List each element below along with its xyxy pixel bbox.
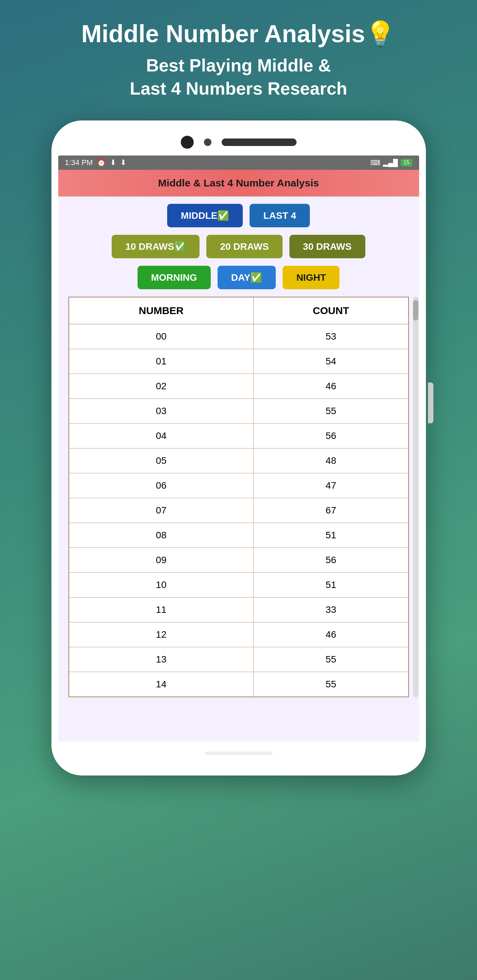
keyboard-icon: ⌨: [370, 159, 380, 167]
count-column-header: COUNT: [254, 297, 408, 324]
signal-icon: ▂▄█: [383, 159, 398, 167]
table-cell-count: 47: [254, 473, 408, 498]
10draws-button[interactable]: 10 DRAWS✅: [112, 235, 199, 258]
table-cell-number: 01: [69, 349, 254, 374]
phone-speaker: [222, 138, 297, 146]
morning-button[interactable]: MORNING: [137, 266, 211, 289]
battery-icon: 15: [401, 159, 412, 166]
phone-top-bar: [58, 130, 419, 156]
table-cell-number: 10: [69, 573, 254, 598]
app-content: MIDDLE✅ LAST 4 10 DRAWS✅ 20 DRAWS 30 DRA…: [58, 197, 419, 741]
table-cell-count: 51: [254, 523, 408, 548]
table-cell-count: 55: [254, 399, 408, 424]
table-cell-number: 04: [69, 424, 254, 449]
status-time: 1:34 PM: [65, 158, 93, 167]
table-cell-count: 48: [254, 449, 408, 473]
table-row: 0154: [69, 349, 408, 374]
table-cell-number: 08: [69, 523, 254, 548]
table-cell-count: 51: [254, 573, 408, 598]
table-cell-count: 33: [254, 598, 408, 622]
table-cell-number: 09: [69, 548, 254, 573]
day-button[interactable]: DAY✅: [217, 266, 276, 289]
table-scrollbar-thumb[interactable]: [413, 300, 418, 321]
mode-button-row: MIDDLE✅ LAST 4: [69, 204, 409, 227]
draws-button-row: 10 DRAWS✅ 20 DRAWS 30 DRAWS: [69, 235, 409, 258]
table-cell-count: 53: [254, 324, 408, 349]
table-cell-number: 03: [69, 399, 254, 424]
page-subtitle: Best Playing Middle &Last 4 Numbers Rese…: [130, 54, 347, 100]
table-row: 0246: [69, 374, 408, 399]
table-cell-number: 00: [69, 324, 254, 349]
table-scroll-wrapper: NUMBER COUNT 005301540246035504560548064…: [69, 297, 409, 697]
table-cell-count: 55: [254, 672, 408, 697]
number-column-header: NUMBER: [69, 297, 254, 324]
phone-camera: [181, 136, 194, 149]
table-row: 1355: [69, 647, 408, 672]
table-cell-number: 11: [69, 598, 254, 622]
table-row: 1455: [69, 672, 408, 697]
20draws-button[interactable]: 20 DRAWS: [206, 235, 282, 258]
table-cell-number: 12: [69, 622, 254, 647]
table-row: 0355: [69, 399, 408, 424]
table-row: 0767: [69, 498, 408, 523]
phone-side-button: [428, 382, 434, 423]
download-icon-2: ⬇: [120, 158, 126, 167]
last4-button[interactable]: LAST 4: [250, 204, 309, 227]
table-row: 0053: [69, 324, 408, 349]
phone-bottom-bar: [205, 752, 273, 755]
table-scrollbar[interactable]: [413, 297, 418, 697]
time-button-row: MORNING DAY✅ NIGHT: [69, 266, 409, 289]
night-button[interactable]: NIGHT: [282, 266, 340, 289]
table-cell-count: 46: [254, 622, 408, 647]
table-cell-count: 55: [254, 647, 408, 672]
table-cell-number: 02: [69, 374, 254, 399]
phone-frame: 1:34 PM ⏰ ⬇ ⬇ ⌨ ▂▄█ 15 Middle & Last 4 N…: [51, 121, 426, 775]
table-cell-number: 13: [69, 647, 254, 672]
table-row: 0851: [69, 523, 408, 548]
table-cell-number: 06: [69, 473, 254, 498]
table-cell-count: 54: [254, 349, 408, 374]
table-cell-count: 56: [254, 424, 408, 449]
table-cell-count: 56: [254, 548, 408, 573]
clock-icon: ⏰: [97, 158, 106, 167]
table-cell-number: 07: [69, 498, 254, 523]
table-row: 0548: [69, 449, 408, 473]
table-cell-number: 14: [69, 672, 254, 697]
table-cell-number: 05: [69, 449, 254, 473]
app-header: Middle & Last 4 Number Analysis: [58, 170, 419, 197]
table-row: 0456: [69, 424, 408, 449]
table-row: 1133: [69, 598, 408, 622]
phone-dot: [204, 138, 211, 146]
table-row: 0956: [69, 548, 408, 573]
table-row: 0647: [69, 473, 408, 498]
table-row: 1246: [69, 622, 408, 647]
table-cell-count: 67: [254, 498, 408, 523]
status-bar: 1:34 PM ⏰ ⬇ ⬇ ⌨ ▂▄█ 15: [58, 156, 419, 170]
page-title: Middle Number Analysis💡: [81, 21, 396, 47]
table-row: 1051: [69, 573, 408, 598]
middle-button[interactable]: MIDDLE✅: [167, 204, 243, 227]
download-icon: ⬇: [110, 158, 116, 167]
data-table: NUMBER COUNT 005301540246035504560548064…: [69, 297, 409, 697]
table-cell-count: 46: [254, 374, 408, 399]
30draws-button[interactable]: 30 DRAWS: [289, 235, 365, 258]
